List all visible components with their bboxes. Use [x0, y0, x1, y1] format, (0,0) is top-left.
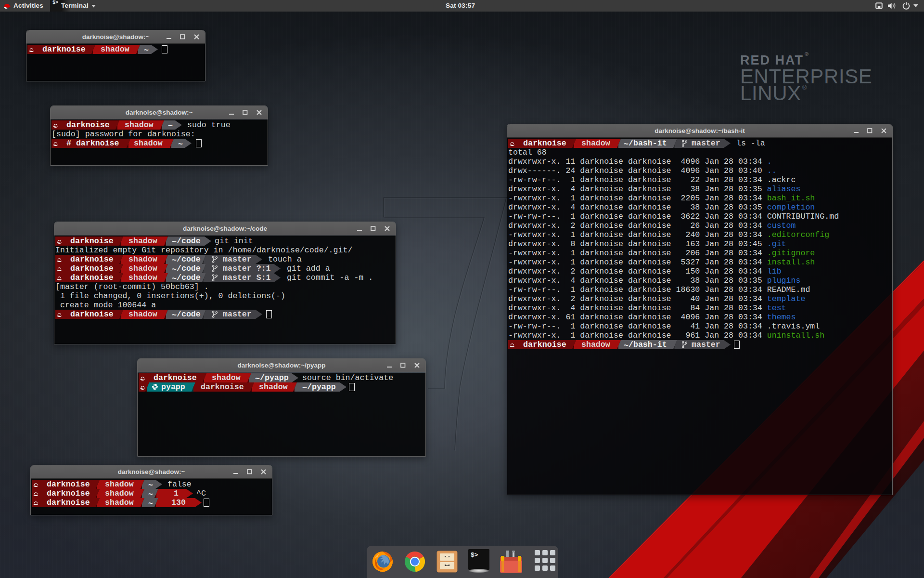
svg-text:$>: $>	[471, 552, 478, 559]
